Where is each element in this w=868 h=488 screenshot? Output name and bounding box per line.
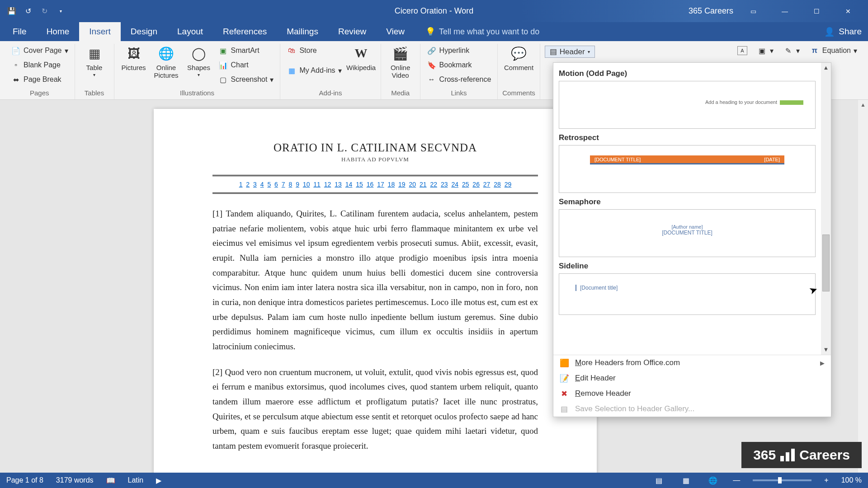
doc-nav-links[interactable]: 1 2 3 4 5 6 7 8 9 10 11 12 13 14 15 16 1… (212, 181, 538, 188)
retro-date: [DATE] (764, 157, 780, 162)
doc-paragraph-2: [2] Quod vero non cruentum mucronem, ut … (212, 365, 538, 454)
web-layout-button[interactable]: 🌐 (706, 476, 720, 485)
doc-title: ORATIO IN L. CATILINAM SECVNDA (212, 141, 538, 154)
pictures-button[interactable]: 🖼Pictures (119, 44, 149, 71)
minimize-button[interactable]: — (773, 2, 797, 20)
header-icon: ▤ (550, 47, 557, 56)
gallery-option-retrospect: Retrospect (559, 133, 826, 142)
store-label: Store (299, 47, 316, 55)
word-count[interactable]: 3179 words (56, 476, 94, 484)
header-button[interactable]: ▤ Header ▾ (545, 46, 595, 58)
hyperlink-button[interactable]: 🔗Hyperlink (425, 44, 493, 57)
tab-insert[interactable]: Insert (79, 22, 121, 41)
watermark-careers: Careers (799, 447, 850, 463)
maximize-button[interactable]: ☐ (805, 2, 828, 20)
gallery-option-semaphore: Semaphore (559, 197, 826, 206)
table-label: Table (86, 64, 103, 71)
close-button[interactable]: ✕ (836, 2, 860, 20)
equation-button[interactable]: πEquation ▾ (808, 44, 859, 57)
more-headers-item[interactable]: 🟧More Headers from Office.com▶ (553, 355, 831, 371)
addins-icon: ▦ (287, 66, 297, 75)
hyperlink-label: Hyperlink (439, 47, 470, 55)
preview-retrospect[interactable]: [DOCUMENT TITLE][DATE] (559, 145, 816, 193)
qat-customize-icon[interactable]: ▾ (54, 5, 67, 18)
shapes-icon: ◯ (189, 44, 208, 63)
retro-doc-title: [DOCUMENT TITLE] (594, 157, 641, 162)
tab-home[interactable]: Home (37, 22, 80, 41)
read-mode-button[interactable]: ▤ (651, 476, 666, 485)
store-button[interactable]: 🛍Store (285, 44, 343, 57)
document-page[interactable]: ORATIO IN L. CATILINAM SECVNDA HABITA AD… (154, 109, 597, 473)
edit-header-label: Edit Header (575, 374, 616, 383)
bookmark-button[interactable]: 🔖Bookmark (425, 58, 493, 72)
tab-references[interactable]: References (213, 22, 277, 41)
share-button[interactable]: 👤 Share (824, 27, 862, 37)
tab-review[interactable]: Review (328, 22, 376, 41)
online-pictures-button[interactable]: 🌐Online Pictures (151, 44, 181, 79)
preview-semaphore[interactable]: [Author name][DOCUMENT TITLE] (559, 209, 816, 257)
tab-design[interactable]: Design (121, 22, 167, 41)
save-gallery-label: Save Selection to Header Gallery... (575, 404, 694, 413)
account-name[interactable]: 365 Careers (689, 6, 733, 16)
cover-page-button[interactable]: 📄Cover Page ▾ (9, 44, 70, 57)
tab-layout[interactable]: Layout (167, 22, 213, 41)
quickparts-button[interactable]: ▣▾ (755, 44, 775, 57)
undo-icon[interactable]: ↺ (22, 5, 34, 18)
online-pictures-label: Online Pictures (151, 64, 181, 79)
scroll-up-icon[interactable]: ▲ (858, 100, 868, 110)
print-layout-button[interactable]: ▦ (679, 476, 693, 485)
zoom-knob[interactable] (778, 477, 782, 483)
tab-mailings[interactable]: Mailings (277, 22, 328, 41)
horizontal-rule (212, 192, 538, 194)
signature-button[interactable]: ✎▾ (782, 44, 802, 57)
vertical-scrollbar[interactable]: ▲ (858, 100, 868, 473)
page-count[interactable]: Page 1 of 8 (6, 476, 43, 484)
shapes-button[interactable]: ◯Shapes▾ (184, 44, 214, 77)
tab-file[interactable]: File (3, 22, 37, 41)
my-addins-button[interactable]: ▦My Add-ins ▾ (285, 64, 343, 77)
smartart-button[interactable]: ▣SmartArt (217, 44, 276, 57)
sideline-title: [Document title] (576, 285, 618, 291)
table-button[interactable]: ▦Table▾ (80, 44, 109, 77)
remove-header-item[interactable]: ✖Remove Header (553, 386, 831, 401)
preview-sideline[interactable]: [Document title] (559, 273, 816, 315)
save-icon[interactable]: 💾 (5, 5, 18, 18)
online-video-button[interactable]: 🎬Online Video (386, 44, 415, 79)
scroll-up-icon[interactable]: ▲ (821, 63, 831, 73)
page-break-button[interactable]: ⬌Page Break (9, 73, 70, 86)
macro-icon[interactable]: ▶ (156, 476, 161, 485)
edit-header-item[interactable]: 📝Edit Header (553, 371, 831, 386)
comment-label: Comment (504, 64, 533, 71)
group-illustrations-label: Illustrations (180, 88, 214, 99)
zoom-out-button[interactable]: — (733, 476, 740, 484)
bars-icon (780, 449, 795, 461)
cross-reference-button[interactable]: ↔Cross-reference (425, 73, 493, 86)
tell-me-search[interactable]: 💡 Tell me what you want to do (425, 27, 539, 37)
blank-page-button[interactable]: ▫Blank Page (9, 58, 70, 72)
screenshot-button[interactable]: ▢Screenshot ▾ (217, 73, 276, 86)
tab-view[interactable]: View (376, 22, 415, 41)
ribbon-options-icon[interactable]: ▭ (741, 2, 765, 20)
scroll-down-icon[interactable]: ▼ (821, 345, 831, 355)
zoom-slider[interactable] (753, 479, 811, 481)
textbox-button[interactable]: A (736, 44, 749, 57)
redo-icon[interactable]: ↻ (38, 5, 51, 18)
comment-button[interactable]: 💬Comment (504, 44, 534, 71)
tell-me-label: Tell me what you want to do (439, 27, 539, 37)
zoom-in-button[interactable]: + (824, 476, 828, 484)
chart-button[interactable]: 📊Chart (217, 58, 276, 72)
more-headers-label: More Headers from Office.com (575, 358, 680, 367)
blank-page-label: Blank Page (24, 61, 61, 69)
language[interactable]: Latin (128, 476, 144, 484)
doc-subtitle: HABITA AD POPVLVM (212, 156, 538, 163)
gallery-scrollbar[interactable]: ▲ ▼ (821, 63, 831, 355)
wikipedia-button[interactable]: WWikipedia (346, 44, 376, 71)
zoom-level[interactable]: 100 % (841, 476, 862, 484)
scroll-thumb[interactable] (822, 235, 830, 291)
lightbulb-icon: 💡 (425, 27, 435, 37)
shapes-label: Shapes (187, 64, 210, 71)
spellcheck-icon[interactable]: 📖 (106, 476, 115, 485)
comment-icon: 💬 (509, 44, 528, 63)
preview-motion-odd[interactable]: Add a heading to your document (559, 81, 816, 129)
wikipedia-label: Wikipedia (346, 64, 376, 71)
